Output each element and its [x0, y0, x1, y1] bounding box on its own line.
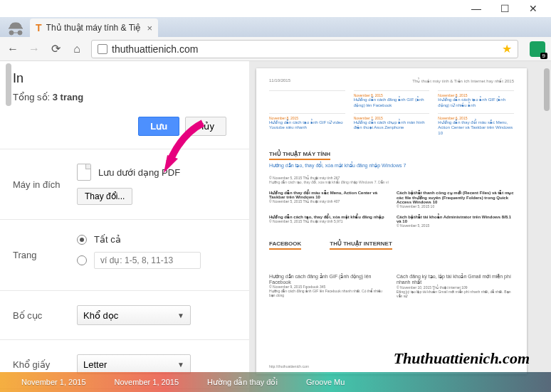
main-article-title: Hướng dẫn tạo, thay đổi, xóa mật khẩu đă… — [269, 163, 514, 169]
preview-scrollbar-thumb[interactable] — [544, 68, 550, 111]
preview-header-title: Thủ thuật máy tính & Tiện ích Internet h… — [412, 78, 514, 83]
pages-all-radio[interactable] — [77, 235, 87, 245]
print-heading: In — [13, 71, 236, 86]
bookmark-star-icon[interactable]: ★ — [502, 42, 512, 55]
incognito-icon — [6, 20, 26, 37]
toolbar: ← → ⟳ ⌂ thuthuattienich.com ★ — [0, 37, 551, 61]
change-destination-button[interactable]: Thay đổi... — [77, 188, 132, 205]
favicon-icon: T — [36, 22, 42, 33]
print-preview-pane: 11/10/2015 Thủ thuật máy tính & Tiện ích… — [249, 61, 551, 392]
extension-icon[interactable] — [530, 41, 545, 57]
forward-button[interactable]: → — [27, 43, 41, 55]
save-button[interactable]: Lưu — [138, 117, 179, 136]
destination-label: Máy in đích — [13, 179, 77, 190]
site-info-icon[interactable] — [98, 44, 107, 54]
section-heading: THỦ THUẬT INTERNET — [330, 240, 392, 250]
total-pages-line: Tổng số: 3 trang — [13, 92, 236, 102]
section-heading: THỦ THUẬT MÁY TÍNH — [269, 151, 330, 160]
tab-strip: T Thủ thuật máy tính & Tiệ × — [0, 17, 551, 37]
layout-dropdown[interactable]: Khổ dọc ▼ — [77, 305, 191, 325]
pages-range-radio[interactable] — [77, 255, 87, 265]
papersize-label: Khổ giấy — [13, 359, 77, 370]
panel-scrollbar-thumb[interactable] — [6, 63, 11, 106]
maximize-button[interactable]: ☐ — [490, 1, 519, 16]
background-page-strip: November 1, 2015 November 1, 2015 Hường … — [0, 372, 551, 392]
minimize-button[interactable]: — — [462, 1, 490, 16]
watermark-text: Thuthuattienich.com — [394, 349, 530, 368]
close-window-button[interactable]: ✕ — [519, 1, 547, 16]
cancel-button[interactable]: Hủy — [185, 117, 226, 136]
chevron-down-icon: ▼ — [177, 361, 184, 369]
total-label: Tổng số: — [13, 92, 50, 102]
browser-tab[interactable]: T Thủ thuật máy tính & Tiệ × — [30, 18, 158, 37]
destination-value: Lưu dưới dạng PDF — [98, 167, 180, 178]
window-titlebar: — ☐ ✕ — [0, 0, 551, 17]
pages-all-label: Tất cả — [94, 234, 121, 245]
preview-header-date: 11/10/2015 — [269, 78, 290, 83]
reload-button[interactable]: ⟳ — [48, 42, 63, 55]
preview-footer-url: http://thuthuattienich.com — [269, 364, 309, 369]
total-pages-value: 3 trang — [53, 92, 83, 102]
back-button[interactable]: ← — [6, 43, 20, 55]
papersize-dropdown[interactable]: Letter ▼ — [77, 354, 191, 374]
tab-title: Thủ thuật máy tính & Tiệ — [46, 23, 145, 33]
papersize-value: Letter — [83, 359, 107, 370]
chevron-down-icon: ▼ — [177, 312, 184, 319]
pdf-doc-icon — [77, 164, 91, 181]
print-dialog-panel: In Tổng số: 3 trang Lưu Hủy Máy in đích … — [0, 61, 249, 392]
pages-range-input[interactable] — [94, 252, 201, 269]
tab-close-icon[interactable]: × — [147, 23, 152, 33]
layout-label: Bố cục — [13, 310, 77, 321]
home-button[interactable]: ⌂ — [70, 43, 84, 55]
pages-label: Trang — [13, 250, 77, 260]
address-bar[interactable]: thuthuattienich.com ★ — [91, 40, 518, 58]
url-text: thuthuattienich.com — [112, 43, 502, 55]
preview-page-1: 11/10/2015 Thủ thuật máy tính & Tiện ích… — [256, 68, 527, 374]
layout-value: Khổ dọc — [83, 310, 118, 321]
section-heading: FACEBOOK — [269, 240, 301, 250]
